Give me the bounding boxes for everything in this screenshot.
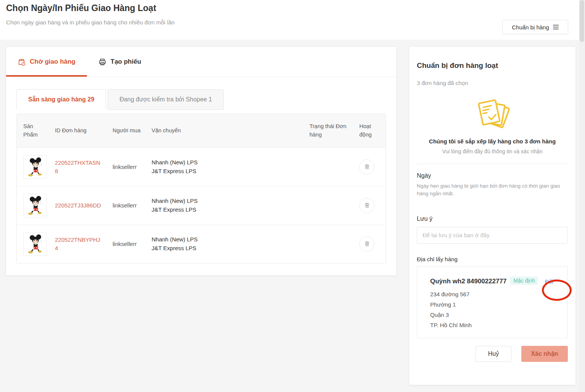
orders-table: Sản Phẩm ID Đơn hàng Người mua Vận chuyể…	[16, 114, 386, 263]
shipping-cell: Nhanh (New) LPS J&T Express LPS	[148, 225, 306, 263]
mickey-product-image	[24, 156, 46, 178]
bulk-prepare-panel: Chuẩn bị đơn hàng loạt 3 đơn hàng đã chọ…	[409, 47, 576, 385]
panel-actions: Huỷ Xác nhận	[417, 346, 568, 362]
table-row: 220522TNBYPHJ4 linksellerr Nhanh (New) L…	[17, 225, 386, 263]
order-id-link[interactable]: 220522THXTASN8	[55, 159, 101, 175]
order-status-cell	[306, 186, 356, 225]
address-lines: 234 đường 567 Phường 1 Quận 3 TP. Hồ Chí…	[430, 289, 561, 330]
address-line: Quận 3	[430, 310, 561, 320]
col-shipping: Vận chuyển	[148, 114, 306, 148]
trash-icon	[364, 164, 370, 170]
cancel-button[interactable]: Huỷ	[476, 346, 511, 362]
tab-cho-giao-hang[interactable]: Chờ giao hàng	[6, 47, 87, 77]
delete-order-button[interactable]	[359, 198, 374, 213]
panel-title: Chuẩn bị đơn hàng loạt	[417, 61, 568, 70]
confirm-button[interactable]: Xác nhận	[521, 346, 568, 362]
date-help-text: Ngày hẹn giao hàng bị giới hạn bởi đơn h…	[417, 182, 568, 198]
pickup-address-card: Quỳnh wh2 84900222777Mặc định Đổi 234 đư…	[417, 266, 568, 338]
tab-tao-phieu[interactable]: Tạo phiếu	[87, 47, 153, 77]
trash-icon	[364, 241, 370, 247]
trash-icon	[364, 202, 370, 209]
table-header-row: Sản Phẩm ID Đơn hàng Người mua Vận chuyể…	[17, 114, 386, 148]
address-line: TP. Hồ Chí Minh	[430, 320, 561, 330]
stacked-documents-check-icon	[417, 99, 568, 134]
selected-orders-count: 3 đơn hàng đã chọn	[417, 80, 568, 86]
tab-label: Chờ giao hàng	[30, 58, 76, 66]
date-label: Ngày	[417, 172, 568, 179]
order-id-link[interactable]: 220522TNBYPHJ4	[55, 236, 101, 252]
buyer-name: linksellerr	[109, 225, 148, 263]
mickey-product-image	[24, 195, 46, 216]
hamburger-icon	[553, 25, 559, 29]
main-tabs: Chờ giao hàng Tạo phiếu	[6, 47, 396, 77]
status-subtabs: Sẵn sàng giao hàng 29 Đang được kiểm tra…	[16, 89, 396, 110]
pickup-address-label: Địa chỉ lấy hàng	[417, 256, 568, 262]
col-product: Sản Phẩm	[17, 114, 52, 148]
order-status-cell	[306, 148, 356, 186]
product-thumbnail	[23, 194, 47, 217]
product-thumbnail	[23, 232, 47, 256]
note-label: Lưu ý	[417, 215, 568, 222]
order-id-link[interactable]: 220522TJ3J86DD	[55, 201, 101, 210]
shipping-cell: Nhanh (New) LPS J&T Express LPS	[148, 186, 306, 225]
change-address-link[interactable]: Đổi	[545, 279, 553, 285]
scrollbar[interactable]	[579, 0, 585, 392]
page: Chọn Ngày/In Phiếu Giao Hàng Loạt Chọn n…	[0, 0, 585, 392]
col-action: Hoạt động	[356, 114, 386, 148]
default-address-badge: Mặc định	[510, 276, 538, 285]
order-status-cell	[306, 225, 356, 263]
buyer-name: linksellerr	[109, 186, 148, 225]
address-line: 234 đường 567	[430, 289, 561, 299]
delete-order-button[interactable]	[359, 159, 374, 175]
mickey-product-image	[24, 233, 46, 255]
subtab-ready-to-ship[interactable]: Sẵn sàng giao hàng 29	[16, 89, 106, 110]
page-title: Chọn Ngày/In Phiếu Giao Hàng Loạt	[6, 3, 156, 13]
address-line: Phường 1	[430, 299, 561, 310]
address-name: Quỳnh wh2 84900222777	[430, 278, 506, 285]
table-row: 220522THXTASN8 linksellerr Nhanh (New) L…	[17, 148, 386, 186]
printer-icon	[98, 58, 106, 66]
product-thumbnail	[23, 155, 47, 179]
prepare-goods-button[interactable]: Chuẩn bị hàng	[502, 20, 568, 34]
divider	[417, 164, 568, 164]
scrollbar-thumb[interactable]	[580, 0, 584, 42]
col-order-id: ID Đơn hàng	[52, 114, 109, 148]
pickup-message: Chúng tôi sẽ sắp xếp lấy hàng cho 3 đơn …	[417, 138, 568, 145]
col-order-status: Trạng thái Đơn hàng	[306, 114, 356, 148]
subtab-checked-by-shopee[interactable]: Đang được kiểm tra bởi Shopee 1	[108, 89, 223, 110]
note-input[interactable]	[417, 227, 568, 244]
package-clock-icon	[18, 58, 26, 66]
orders-card: Chờ giao hàng Tạo phiếu Sẵn sàng giao hà…	[6, 47, 397, 276]
pickup-submessage: Vui lòng điền đầy đủ thông tin và xác nh…	[417, 148, 568, 154]
table-row: 220522TJ3J86DD linksellerr Nhanh (New) L…	[17, 186, 386, 225]
tab-label: Tạo phiếu	[111, 58, 141, 66]
buyer-name: linksellerr	[109, 148, 148, 186]
delete-order-button[interactable]	[359, 236, 374, 252]
col-buyer: Người mua	[109, 114, 148, 148]
page-subtitle: Chọn ngày giao hàng và in phiếu giao hàn…	[6, 19, 175, 26]
prepare-goods-label: Chuẩn bị hàng	[512, 24, 549, 31]
shipping-cell: Nhanh (New) LPS J&T Express LPS	[148, 148, 306, 186]
